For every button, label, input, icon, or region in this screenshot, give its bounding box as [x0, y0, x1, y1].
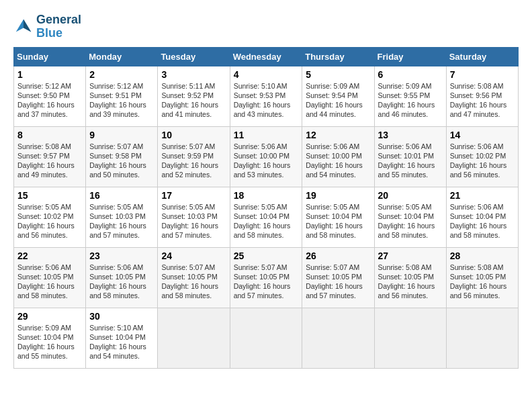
day-info: Sunrise: 5:07 AM Sunset: 9:58 PM Dayligh…	[89, 142, 154, 180]
day-number: 6	[378, 69, 443, 80]
day-info: Sunrise: 5:06 AM Sunset: 10:04 PM Daylig…	[450, 202, 515, 240]
calendar-cell: 20Sunrise: 5:05 AM Sunset: 10:04 PM Dayl…	[374, 187, 446, 247]
calendar-cell: 3Sunrise: 5:11 AM Sunset: 9:52 PM Daylig…	[158, 66, 230, 126]
day-number: 26	[306, 250, 370, 261]
day-number: 5	[306, 69, 370, 80]
calendar-cell: 9Sunrise: 5:07 AM Sunset: 9:58 PM Daylig…	[86, 126, 158, 187]
day-number: 24	[161, 250, 226, 261]
day-number: 10	[161, 130, 226, 140]
day-number: 30	[89, 311, 154, 322]
svg-marker-1	[24, 19, 31, 32]
calendar-header-wednesday: Wednesday	[230, 47, 302, 66]
day-info: Sunrise: 5:08 AM Sunset: 9:57 PM Dayligh…	[17, 142, 82, 180]
day-number: 2	[89, 69, 154, 80]
day-info: Sunrise: 5:10 AM Sunset: 10:04 PM Daylig…	[89, 323, 154, 361]
day-info: Sunrise: 5:05 AM Sunset: 10:03 PM Daylig…	[161, 202, 226, 240]
day-number: 4	[234, 69, 299, 80]
calendar-cell: 2Sunrise: 5:12 AM Sunset: 9:51 PM Daylig…	[86, 66, 158, 126]
logo: General Blue	[13, 13, 81, 40]
day-info: Sunrise: 5:11 AM Sunset: 9:52 PM Dayligh…	[161, 81, 226, 120]
calendar-cell: 11Sunrise: 5:06 AM Sunset: 10:00 PM Dayl…	[230, 126, 302, 187]
calendar-cell: 22Sunrise: 5:06 AM Sunset: 10:05 PM Dayl…	[14, 247, 86, 308]
calendar-cell: 26Sunrise: 5:07 AM Sunset: 10:05 PM Dayl…	[302, 247, 374, 308]
calendar-week-row: 22Sunrise: 5:06 AM Sunset: 10:05 PM Dayl…	[14, 247, 519, 308]
day-number: 20	[378, 190, 443, 201]
calendar-cell: 18Sunrise: 5:05 AM Sunset: 10:04 PM Dayl…	[230, 187, 302, 247]
calendar-cell: 15Sunrise: 5:05 AM Sunset: 10:02 PM Dayl…	[14, 187, 86, 247]
day-number: 23	[89, 250, 154, 261]
calendar-cell: 8Sunrise: 5:08 AM Sunset: 9:57 PM Daylig…	[14, 126, 86, 187]
day-number: 29	[17, 311, 82, 322]
day-info: Sunrise: 5:05 AM Sunset: 10:04 PM Daylig…	[378, 202, 443, 240]
day-info: Sunrise: 5:08 AM Sunset: 10:05 PM Daylig…	[450, 263, 515, 301]
calendar-cell: 25Sunrise: 5:07 AM Sunset: 10:05 PM Dayl…	[230, 247, 302, 308]
day-number: 18	[234, 190, 299, 201]
calendar-header-thursday: Thursday	[302, 47, 374, 66]
calendar-cell: 29Sunrise: 5:09 AM Sunset: 10:04 PM Dayl…	[14, 308, 86, 368]
calendar-cell: 7Sunrise: 5:08 AM Sunset: 9:56 PM Daylig…	[446, 66, 518, 126]
day-info: Sunrise: 5:05 AM Sunset: 10:03 PM Daylig…	[89, 202, 154, 240]
day-number: 27	[378, 250, 443, 261]
day-info: Sunrise: 5:07 AM Sunset: 10:05 PM Daylig…	[306, 263, 370, 301]
day-info: Sunrise: 5:12 AM Sunset: 9:50 PM Dayligh…	[17, 81, 82, 120]
day-number: 13	[378, 130, 443, 140]
day-info: Sunrise: 5:12 AM Sunset: 9:51 PM Dayligh…	[89, 81, 154, 120]
day-number: 7	[450, 69, 515, 80]
day-number: 12	[306, 130, 370, 140]
calendar-cell: 12Sunrise: 5:06 AM Sunset: 10:00 PM Dayl…	[302, 126, 374, 187]
day-info: Sunrise: 5:06 AM Sunset: 10:02 PM Daylig…	[450, 142, 515, 180]
calendar-cell: 14Sunrise: 5:06 AM Sunset: 10:02 PM Dayl…	[446, 126, 518, 187]
day-info: Sunrise: 5:09 AM Sunset: 10:04 PM Daylig…	[17, 323, 82, 361]
day-info: Sunrise: 5:09 AM Sunset: 9:55 PM Dayligh…	[378, 81, 443, 120]
day-info: Sunrise: 5:06 AM Sunset: 10:05 PM Daylig…	[89, 263, 154, 301]
calendar-cell: 10Sunrise: 5:07 AM Sunset: 9:59 PM Dayli…	[158, 126, 230, 187]
calendar-cell: 30Sunrise: 5:10 AM Sunset: 10:04 PM Dayl…	[86, 308, 158, 368]
day-info: Sunrise: 5:07 AM Sunset: 10:05 PM Daylig…	[234, 263, 299, 301]
day-info: Sunrise: 5:08 AM Sunset: 9:56 PM Dayligh…	[450, 81, 515, 120]
day-number: 17	[161, 190, 226, 201]
day-info: Sunrise: 5:05 AM Sunset: 10:02 PM Daylig…	[17, 202, 82, 240]
calendar-cell: 17Sunrise: 5:05 AM Sunset: 10:03 PM Dayl…	[158, 187, 230, 247]
calendar-header-sunday: Sunday	[14, 47, 86, 66]
calendar-cell	[374, 308, 446, 368]
day-info: Sunrise: 5:10 AM Sunset: 9:53 PM Dayligh…	[234, 81, 299, 120]
day-info: Sunrise: 5:05 AM Sunset: 10:04 PM Daylig…	[306, 202, 370, 240]
calendar-week-row: 15Sunrise: 5:05 AM Sunset: 10:02 PM Dayl…	[14, 187, 519, 247]
day-number: 9	[89, 130, 154, 140]
calendar-cell: 1Sunrise: 5:12 AM Sunset: 9:50 PM Daylig…	[14, 66, 86, 126]
day-info: Sunrise: 5:05 AM Sunset: 10:04 PM Daylig…	[234, 202, 299, 240]
calendar-cell: 27Sunrise: 5:08 AM Sunset: 10:05 PM Dayl…	[374, 247, 446, 308]
calendar-table: SundayMondayTuesdayWednesdayThursdayFrid…	[13, 47, 519, 369]
day-number: 11	[234, 130, 299, 140]
calendar-week-row: 29Sunrise: 5:09 AM Sunset: 10:04 PM Dayl…	[14, 308, 519, 368]
day-number: 1	[17, 69, 82, 80]
day-info: Sunrise: 5:07 AM Sunset: 9:59 PM Dayligh…	[161, 142, 226, 180]
day-number: 3	[161, 69, 226, 80]
calendar-header-friday: Friday	[374, 47, 446, 66]
day-number: 28	[450, 250, 515, 261]
calendar-cell: 16Sunrise: 5:05 AM Sunset: 10:03 PM Dayl…	[86, 187, 158, 247]
day-number: 22	[17, 250, 82, 261]
logo-icon	[13, 17, 34, 37]
day-info: Sunrise: 5:06 AM Sunset: 10:00 PM Daylig…	[234, 142, 299, 180]
calendar-cell	[230, 308, 302, 368]
day-number: 16	[89, 190, 154, 201]
day-info: Sunrise: 5:08 AM Sunset: 10:05 PM Daylig…	[378, 263, 443, 301]
day-number: 15	[17, 190, 82, 201]
day-number: 25	[234, 250, 299, 261]
calendar-week-row: 1Sunrise: 5:12 AM Sunset: 9:50 PM Daylig…	[14, 66, 519, 126]
calendar-cell: 24Sunrise: 5:07 AM Sunset: 10:05 PM Dayl…	[158, 247, 230, 308]
calendar-cell: 6Sunrise: 5:09 AM Sunset: 9:55 PM Daylig…	[374, 66, 446, 126]
calendar-cell: 4Sunrise: 5:10 AM Sunset: 9:53 PM Daylig…	[230, 66, 302, 126]
day-info: Sunrise: 5:06 AM Sunset: 10:00 PM Daylig…	[306, 142, 370, 180]
page-header: General Blue	[13, 13, 519, 40]
calendar-header-row: SundayMondayTuesdayWednesdayThursdayFrid…	[14, 47, 519, 66]
day-number: 19	[306, 190, 370, 201]
calendar-cell: 28Sunrise: 5:08 AM Sunset: 10:05 PM Dayl…	[446, 247, 518, 308]
day-info: Sunrise: 5:09 AM Sunset: 9:54 PM Dayligh…	[306, 81, 370, 120]
logo-text: General Blue	[36, 13, 81, 40]
calendar-header-tuesday: Tuesday	[158, 47, 230, 66]
calendar-cell: 5Sunrise: 5:09 AM Sunset: 9:54 PM Daylig…	[302, 66, 374, 126]
day-number: 14	[450, 130, 515, 140]
calendar-body: 1Sunrise: 5:12 AM Sunset: 9:50 PM Daylig…	[14, 66, 519, 368]
